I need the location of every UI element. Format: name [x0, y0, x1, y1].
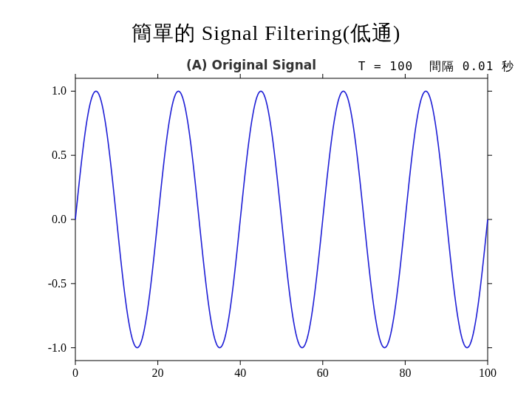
xtick-label: 0 — [72, 366, 78, 379]
line-chart: -1.0-0.50.00.51.0020406080100 — [30, 74, 502, 384]
xtick-label: 80 — [399, 366, 411, 379]
ytick-label: -1.0 — [48, 341, 66, 354]
chart-title: (A) Original Signal — [0, 58, 436, 72]
series-line — [75, 91, 488, 347]
ytick-label: 1.0 — [52, 84, 66, 97]
ytick-label: 0.0 — [52, 213, 66, 225]
xtick-label: 100 — [479, 366, 497, 379]
ytick-label: -0.5 — [48, 277, 66, 290]
ytick-label: 0.5 — [52, 149, 66, 161]
page-title: 簡單的 Signal Filtering(低通) — [0, 19, 532, 47]
xtick-label: 20 — [152, 366, 164, 379]
chart-area: -1.0-0.50.00.51.0020406080100 — [30, 74, 502, 384]
xtick-label: 40 — [234, 366, 246, 379]
xtick-label: 60 — [317, 366, 329, 379]
meta-interval: 間隔 0.01 秒 — [429, 59, 514, 75]
